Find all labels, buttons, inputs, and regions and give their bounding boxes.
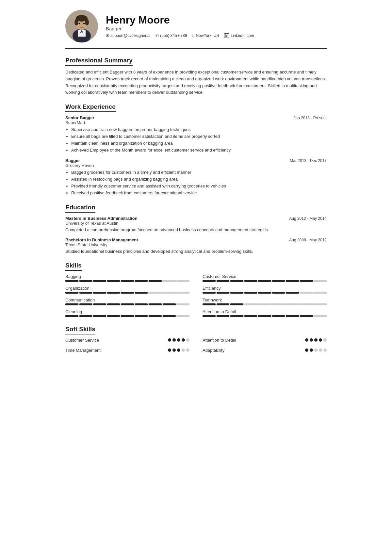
dot-empty — [182, 348, 185, 352]
skill-segment-filled — [93, 303, 106, 305]
experience-entry-1: Bagger Mar 2013 - Dec 2017 Grocery Haven… — [65, 158, 327, 196]
skill-segment-filled — [121, 292, 134, 294]
skill-segment-empty — [314, 292, 327, 294]
skill-segment-filled — [258, 292, 271, 294]
dot-filled — [172, 338, 176, 342]
skill-label: Teamwork — [203, 298, 327, 302]
soft-skill-label: Time Management — [65, 348, 101, 353]
skill-segment-filled — [230, 315, 243, 317]
skill-segment-filled — [79, 280, 92, 282]
skill-segment-filled — [217, 292, 230, 294]
dot-empty — [323, 348, 327, 352]
skill-segment-filled — [79, 292, 92, 294]
skills-title: Skills — [65, 262, 82, 271]
skill-item: Organization — [65, 286, 189, 294]
experience-entry-0: Senior Bagger Jan 2018 - Present SuperMa… — [65, 115, 327, 154]
edu-header-1: Bachelors in Business Management Aug 200… — [65, 237, 327, 242]
edu-entry-1: Bachelors in Business Management Aug 200… — [65, 237, 327, 255]
phone-text: (555) 345-6789 — [160, 33, 187, 38]
soft-skill-item: Customer Service — [65, 338, 189, 345]
exp-header-1: Bagger Mar 2013 - Dec 2017 — [65, 158, 327, 163]
skill-bar — [65, 303, 189, 305]
skill-segment-filled — [244, 292, 257, 294]
skill-item: Communication — [65, 298, 189, 305]
soft-skills-title: Soft Skills — [65, 326, 95, 334]
exp-bullets-0: Supervise and train new baggers on prope… — [65, 126, 327, 154]
dot-filled — [182, 338, 185, 342]
candidate-name: Henry Moore — [106, 14, 327, 26]
dots-container — [305, 338, 327, 342]
skill-item: Efficiency — [203, 286, 327, 294]
skill-item: Attention to Detail — [203, 309, 327, 317]
skill-segment-empty — [300, 292, 313, 294]
bullet: Ensure all bags are filled to customer s… — [71, 133, 327, 140]
skill-bar — [65, 292, 189, 294]
linkedin-icon: in — [224, 33, 229, 38]
skill-segment-filled — [121, 280, 134, 282]
skill-segment-filled — [121, 303, 134, 305]
edu-date-0: Aug 2012 - May 2014 — [289, 216, 327, 221]
skill-segment-filled — [135, 315, 148, 317]
svg-point-9 — [79, 23, 80, 24]
soft-skill-item: Attention to Detail — [203, 338, 327, 345]
contact-linkedin: in LinkedIn.com — [224, 33, 254, 38]
exp-role-1: Bagger — [65, 158, 80, 163]
skill-segment-filled — [121, 315, 134, 317]
skill-segment-filled — [300, 315, 313, 317]
skill-label: Attention to Detail — [203, 309, 327, 314]
skill-segment-filled — [163, 315, 176, 317]
skill-segment-filled — [149, 315, 162, 317]
phone-icon: ✆ — [155, 33, 159, 38]
skill-segment-filled — [286, 292, 299, 294]
skill-segment-empty — [314, 303, 327, 305]
skill-segment-empty — [177, 303, 190, 305]
skill-label: Efficiency — [203, 286, 327, 291]
skill-segment-filled — [203, 280, 216, 282]
skill-segment-filled — [107, 303, 120, 305]
exp-bullets-1: Bagged groceries for customers in a time… — [65, 169, 327, 196]
dots-container — [305, 348, 327, 352]
exp-company-1: Grocery Haven — [65, 163, 327, 168]
bullet: Supervise and train new baggers on prope… — [71, 126, 327, 133]
education-title: Education — [65, 204, 95, 213]
skills-section: Skills BaggingCustomer ServiceOrganizati… — [65, 262, 327, 318]
skill-item: Customer Service — [203, 274, 327, 282]
edu-desc-1: Studied foundational business principles… — [65, 248, 327, 255]
summary-text: Dedicated and efficient Bagger with 8 ye… — [65, 69, 327, 96]
skill-segment-filled — [135, 280, 148, 282]
skill-segment-filled — [149, 303, 162, 305]
svg-point-7 — [74, 19, 78, 25]
dot-filled — [305, 348, 308, 352]
edu-header-0: Masters in Business Administration Aug 2… — [65, 216, 327, 221]
skill-segment-filled — [79, 315, 92, 317]
skills-grid: BaggingCustomer ServiceOrganizationEffic… — [65, 274, 327, 318]
dot-filled — [314, 338, 318, 342]
soft-skills-section: Soft Skills Customer ServiceAttention to… — [65, 326, 327, 355]
dot-filled — [177, 348, 180, 352]
contact-email: ✉ support@cvdesigner.ai — [106, 33, 150, 38]
summary-section: Professional Summary Dedicated and effic… — [65, 57, 327, 96]
bullet: Maintain cleanliness and organization of… — [71, 140, 327, 147]
skill-segment-empty — [272, 303, 285, 305]
skill-label: Cleaning — [65, 309, 189, 314]
soft-skill-item: Adaptability — [203, 348, 327, 355]
dot-empty — [186, 348, 189, 352]
svg-point-11 — [81, 25, 82, 26]
skill-segment-filled — [244, 280, 257, 282]
exp-date-0: Jan 2018 - Present — [294, 116, 327, 120]
exp-header-0: Senior Bagger Jan 2018 - Present — [65, 115, 327, 120]
bullet: Bagged groceries for customers in a time… — [71, 169, 327, 176]
skill-label: Bagging — [65, 274, 189, 279]
skill-bar — [65, 280, 189, 282]
soft-skill-item: Time Management — [65, 348, 189, 355]
dot-empty — [319, 348, 322, 352]
skill-item: Cleaning — [65, 309, 189, 317]
bullet: Achieved Employee of the Month award for… — [71, 147, 327, 154]
dot-empty — [186, 338, 189, 342]
edu-school-1: Texas State University — [65, 242, 327, 247]
skill-segment-filled — [79, 303, 92, 305]
experience-section: Work Experience Senior Bagger Jan 2018 -… — [65, 103, 327, 196]
linkedin-text: LinkedIn.com — [231, 33, 254, 38]
skill-segment-filled — [230, 280, 243, 282]
skill-segment-filled — [230, 303, 243, 305]
